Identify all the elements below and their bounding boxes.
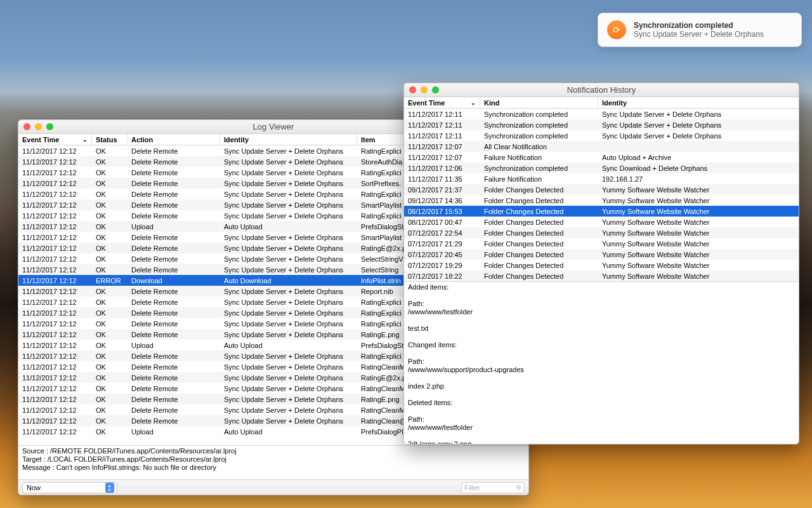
cell-identity: Yummy Software Website Watcher — [598, 251, 799, 258]
table-row[interactable]: 11/12/2017 12:07Failure NotificationAuto… — [404, 152, 799, 163]
column-action[interactable]: Action — [128, 134, 220, 145]
cell-kind: Synchronization completed — [480, 110, 598, 118]
zoom-icon[interactable] — [432, 86, 439, 93]
cell-identity: Sync Update Server + Delete Orphans — [220, 298, 357, 306]
cell-time: 11/12/2017 12:12 — [18, 255, 92, 263]
toast-subtitle: Sync Update Server + Delete Orphans — [634, 30, 764, 39]
cell-time: 11/12/2017 12:12 — [18, 342, 92, 349]
column-label: Item — [361, 136, 376, 144]
column-label: Event Time — [408, 99, 445, 107]
close-icon[interactable] — [23, 123, 30, 130]
cell-action: Upload — [128, 428, 220, 436]
cell-action: Delete Remote — [128, 331, 220, 338]
chevron-down-icon: ⌄ — [471, 100, 476, 106]
table-row[interactable]: 11/12/2017 12:07All Clear Notification — [404, 141, 799, 152]
cell-identity: Sync Update Server + Delete Orphans — [220, 352, 357, 360]
cell-time: 11/12/2017 12:12 — [18, 266, 92, 274]
column-identity[interactable]: Identity — [598, 97, 799, 108]
cell-identity: Sync Update Server + Delete Orphans — [220, 180, 357, 187]
minimize-icon[interactable] — [421, 86, 428, 93]
close-icon[interactable] — [409, 86, 416, 93]
table-row[interactable]: 11/12/2017 12:06Synchronization complete… — [404, 163, 799, 173]
table-row[interactable]: 07/12/2017 22:54Folder Changes DetectedY… — [404, 227, 799, 238]
cell-status: OK — [92, 363, 128, 371]
cell-time: 11/12/2017 12:12 — [18, 309, 92, 317]
column-label: Kind — [484, 99, 499, 107]
minimize-icon[interactable] — [35, 123, 42, 130]
column-event-time[interactable]: Event Time ⌄ — [404, 97, 480, 108]
cell-identity: Sync Update Server + Delete Orphans — [220, 158, 357, 166]
detail-line: Deleted items: — [408, 398, 795, 406]
notification-toast[interactable]: ⟳ Synchronization completed Sync Update … — [598, 13, 802, 47]
cell-identity: Sync Update Server + Delete Orphans — [598, 121, 799, 129]
table-row[interactable]: 07/12/2017 18:22Folder Changes DetectedY… — [404, 271, 799, 281]
log-footer: Now ▴▾ Filter ⊗ — [18, 479, 528, 495]
cell-status: OK — [92, 417, 128, 425]
cell-time: 11/12/2017 12:12 — [18, 428, 92, 436]
notif-table-header: Event Time ⌄ Kind Identity — [404, 97, 799, 109]
cell-identity: Sync Update Server + Delete Orphans — [220, 288, 357, 295]
time-range-select[interactable]: Now ▴▾ — [22, 482, 117, 493]
detail-line — [408, 431, 795, 439]
cell-status: OK — [92, 288, 128, 295]
column-status[interactable]: Status — [92, 134, 128, 145]
cell-identity: Sync Update Server + Delete Orphans — [220, 331, 357, 338]
column-label: Identity — [224, 136, 249, 144]
cell-identity: Sync Update Server + Delete Orphans — [220, 320, 357, 328]
cell-identity: Sync Update Server + Delete Orphans — [220, 212, 357, 220]
table-row[interactable]: 08/12/2017 15:53Folder Changes DetectedY… — [404, 206, 799, 217]
cell-identity: Auto Upload + Archive — [598, 154, 799, 161]
cell-identity: Auto Upload — [220, 223, 357, 231]
table-row[interactable]: 11/12/2017 12:11Synchronization complete… — [404, 109, 799, 119]
table-row[interactable]: 07/12/2017 19:29Folder Changes DetectedY… — [404, 260, 799, 271]
cell-time: 09/12/2017 21:37 — [404, 186, 480, 194]
column-label: Action — [131, 136, 153, 144]
cell-action: Download — [128, 277, 220, 284]
cell-action: Delete Remote — [128, 147, 220, 155]
column-label: Event Time — [22, 136, 60, 144]
cell-time: 11/12/2017 12:06 — [404, 164, 480, 172]
cell-time: 11/12/2017 12:12 — [18, 234, 92, 241]
titlebar[interactable]: Notification History — [404, 83, 799, 97]
cell-identity: Sync Update Server + Delete Orphans — [220, 417, 357, 425]
cell-status: OK — [92, 352, 128, 360]
select-chevrons-icon: ▴▾ — [105, 483, 114, 493]
clear-icon[interactable]: ⊗ — [516, 483, 521, 491]
cell-action: Delete Remote — [128, 255, 220, 263]
table-row[interactable]: 08/12/2017 00:47Folder Changes DetectedY… — [404, 217, 799, 227]
cell-identity: Sync Download + Delete Orphans — [598, 164, 799, 172]
cell-status: ERROR — [92, 277, 128, 284]
table-row[interactable]: 11/12/2017 12:11Synchronization complete… — [404, 119, 799, 130]
cell-time: 09/12/2017 14:36 — [404, 197, 480, 204]
cell-identity: Yummy Software Website Watcher — [598, 197, 799, 204]
cell-kind: Folder Changes Detected — [480, 251, 598, 258]
detail-line — [408, 290, 795, 298]
table-row[interactable]: 09/12/2017 14:36Folder Changes DetectedY… — [404, 195, 799, 206]
column-kind[interactable]: Kind — [480, 97, 598, 108]
detail-line — [408, 406, 795, 414]
cell-status: OK — [92, 266, 128, 274]
table-row[interactable]: 11/12/2017 12:11Synchronization complete… — [404, 130, 799, 141]
cell-action: Delete Remote — [128, 298, 220, 306]
table-row[interactable]: 11/12/2017 11:35Failure Notification192.… — [404, 173, 799, 184]
cell-identity: Sync Update Server + Delete Orphans — [220, 201, 357, 209]
column-event-time[interactable]: Event Time ⌄ — [18, 134, 92, 145]
table-row[interactable]: 07/12/2017 20:45Folder Changes DetectedY… — [404, 249, 799, 260]
table-row[interactable]: 07/12/2017 21:29Folder Changes DetectedY… — [404, 238, 799, 249]
cell-action: Delete Remote — [128, 363, 220, 371]
notif-table-body[interactable]: 11/12/2017 12:11Synchronization complete… — [404, 109, 799, 281]
cell-action: Delete Remote — [128, 288, 220, 295]
table-row[interactable]: 09/12/2017 21:37Folder Changes DetectedY… — [404, 184, 799, 195]
filter-input[interactable]: Filter ⊗ — [461, 482, 525, 493]
detail-line: /www/www/testfolder — [408, 422, 795, 431]
sync-icon: ⟳ — [607, 20, 626, 39]
zoom-icon[interactable] — [46, 123, 53, 130]
cell-time: 11/12/2017 12:12 — [18, 385, 92, 392]
cell-status: OK — [92, 406, 128, 414]
detail-line — [408, 373, 795, 381]
cell-time: 11/12/2017 12:12 — [18, 212, 92, 220]
column-identity[interactable]: Identity — [220, 134, 357, 145]
cell-identity: Yummy Software Website Watcher — [598, 218, 799, 226]
cell-action: Delete Remote — [128, 352, 220, 360]
cell-kind: Folder Changes Detected — [480, 208, 598, 215]
